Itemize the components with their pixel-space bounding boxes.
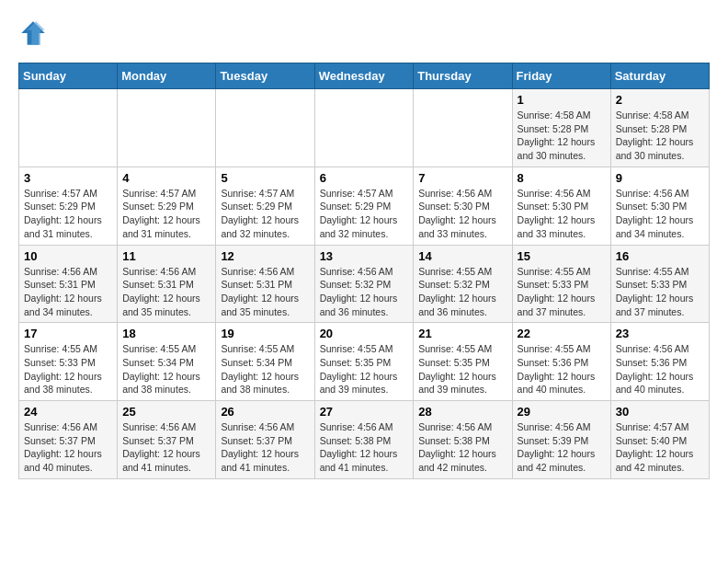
calendar-cell: 29Sunrise: 4:56 AM Sunset: 5:39 PM Dayli…: [512, 401, 610, 479]
page-header: [18, 18, 710, 48]
calendar-table: SundayMondayTuesdayWednesdayThursdayFrid…: [18, 63, 710, 479]
calendar-cell: [118, 89, 216, 167]
day-info: Sunrise: 4:55 AM Sunset: 5:33 PM Dayligh…: [616, 265, 704, 319]
day-number: 15: [518, 249, 606, 263]
calendar-cell: 12Sunrise: 4:56 AM Sunset: 5:31 PM Dayli…: [216, 245, 314, 323]
day-number: 21: [418, 327, 506, 340]
calendar-header-friday: Friday: [512, 63, 610, 89]
day-number: 16: [616, 249, 704, 263]
day-number: 25: [122, 405, 210, 419]
calendar-week-row: 17Sunrise: 4:55 AM Sunset: 5:33 PM Dayli…: [19, 323, 710, 401]
calendar-header-saturday: Saturday: [610, 63, 709, 89]
day-number: 9: [616, 171, 704, 185]
day-info: Sunrise: 4:55 AM Sunset: 5:32 PM Dayligh…: [418, 265, 506, 319]
calendar-cell: 11Sunrise: 4:56 AM Sunset: 5:31 PM Dayli…: [118, 245, 216, 323]
day-number: 8: [518, 171, 606, 185]
day-info: Sunrise: 4:56 AM Sunset: 5:37 PM Dayligh…: [122, 420, 210, 475]
calendar-cell: 24Sunrise: 4:56 AM Sunset: 5:37 PM Dayli…: [19, 401, 118, 479]
day-info: Sunrise: 4:57 AM Sunset: 5:29 PM Dayligh…: [221, 187, 309, 241]
day-info: Sunrise: 4:56 AM Sunset: 5:37 PM Dayligh…: [221, 420, 309, 475]
calendar-cell: 23Sunrise: 4:56 AM Sunset: 5:36 PM Dayli…: [610, 323, 709, 401]
day-info: Sunrise: 4:57 AM Sunset: 5:29 PM Dayligh…: [122, 187, 210, 241]
day-number: 19: [221, 327, 309, 340]
day-info: Sunrise: 4:55 AM Sunset: 5:35 PM Dayligh…: [418, 342, 506, 396]
day-info: Sunrise: 4:55 AM Sunset: 5:33 PM Dayligh…: [518, 265, 606, 319]
day-info: Sunrise: 4:55 AM Sunset: 5:34 PM Dayligh…: [221, 342, 309, 396]
day-info: Sunrise: 4:55 AM Sunset: 5:36 PM Dayligh…: [518, 342, 606, 396]
day-number: 5: [221, 171, 309, 185]
calendar-week-row: 24Sunrise: 4:56 AM Sunset: 5:37 PM Dayli…: [19, 401, 710, 479]
day-number: 20: [320, 327, 409, 340]
day-info: Sunrise: 4:56 AM Sunset: 5:30 PM Dayligh…: [518, 187, 606, 241]
day-info: Sunrise: 4:56 AM Sunset: 5:32 PM Dayligh…: [320, 265, 409, 319]
day-info: Sunrise: 4:57 AM Sunset: 5:40 PM Dayligh…: [616, 420, 704, 475]
calendar-cell: 27Sunrise: 4:56 AM Sunset: 5:38 PM Dayli…: [314, 401, 414, 479]
day-info: Sunrise: 4:56 AM Sunset: 5:37 PM Dayligh…: [24, 420, 112, 475]
day-number: 11: [122, 249, 210, 263]
day-number: 22: [518, 327, 606, 340]
day-number: 17: [24, 327, 112, 340]
day-info: Sunrise: 4:56 AM Sunset: 5:30 PM Dayligh…: [418, 187, 506, 241]
logo: [18, 18, 51, 48]
calendar-week-row: 3Sunrise: 4:57 AM Sunset: 5:29 PM Daylig…: [19, 167, 710, 245]
day-number: 30: [616, 405, 704, 419]
day-number: 2: [616, 93, 704, 107]
day-info: Sunrise: 4:55 AM Sunset: 5:34 PM Dayligh…: [122, 342, 210, 396]
day-number: 18: [122, 327, 210, 340]
calendar-cell: 15Sunrise: 4:55 AM Sunset: 5:33 PM Dayli…: [512, 245, 610, 323]
calendar-cell: 14Sunrise: 4:55 AM Sunset: 5:32 PM Dayli…: [414, 245, 512, 323]
calendar-cell: 3Sunrise: 4:57 AM Sunset: 5:29 PM Daylig…: [19, 167, 118, 245]
calendar-cell: 18Sunrise: 4:55 AM Sunset: 5:34 PM Dayli…: [118, 323, 216, 401]
calendar-header-wednesday: Wednesday: [314, 63, 414, 89]
calendar-cell: 25Sunrise: 4:56 AM Sunset: 5:37 PM Dayli…: [118, 401, 216, 479]
calendar-header-row: SundayMondayTuesdayWednesdayThursdayFrid…: [19, 63, 710, 89]
calendar-cell: 10Sunrise: 4:56 AM Sunset: 5:31 PM Dayli…: [19, 245, 118, 323]
day-number: 29: [518, 405, 606, 419]
day-number: 4: [122, 171, 210, 185]
day-number: 12: [221, 249, 309, 263]
calendar-cell: 30Sunrise: 4:57 AM Sunset: 5:40 PM Dayli…: [610, 401, 709, 479]
calendar-cell: 9Sunrise: 4:56 AM Sunset: 5:30 PM Daylig…: [610, 167, 709, 245]
logo-icon: [18, 18, 48, 48]
calendar-cell: 22Sunrise: 4:55 AM Sunset: 5:36 PM Dayli…: [512, 323, 610, 401]
calendar-cell: 2Sunrise: 4:58 AM Sunset: 5:28 PM Daylig…: [610, 89, 709, 167]
calendar-cell: 26Sunrise: 4:56 AM Sunset: 5:37 PM Dayli…: [216, 401, 314, 479]
calendar-cell: [19, 89, 118, 167]
day-info: Sunrise: 4:55 AM Sunset: 5:35 PM Dayligh…: [320, 342, 409, 396]
day-number: 1: [518, 93, 606, 107]
calendar-cell: 16Sunrise: 4:55 AM Sunset: 5:33 PM Dayli…: [610, 245, 709, 323]
calendar-cell: 1Sunrise: 4:58 AM Sunset: 5:28 PM Daylig…: [512, 89, 610, 167]
calendar-week-row: 1Sunrise: 4:58 AM Sunset: 5:28 PM Daylig…: [19, 89, 710, 167]
day-info: Sunrise: 4:56 AM Sunset: 5:30 PM Dayligh…: [616, 187, 704, 241]
calendar-cell: 19Sunrise: 4:55 AM Sunset: 5:34 PM Dayli…: [216, 323, 314, 401]
calendar-cell: 5Sunrise: 4:57 AM Sunset: 5:29 PM Daylig…: [216, 167, 314, 245]
day-info: Sunrise: 4:58 AM Sunset: 5:28 PM Dayligh…: [518, 109, 606, 163]
day-number: 7: [418, 171, 506, 185]
day-number: 28: [418, 405, 506, 419]
day-info: Sunrise: 4:56 AM Sunset: 5:36 PM Dayligh…: [616, 342, 704, 396]
day-number: 10: [24, 249, 112, 263]
day-info: Sunrise: 4:56 AM Sunset: 5:31 PM Dayligh…: [122, 265, 210, 319]
day-info: Sunrise: 4:56 AM Sunset: 5:39 PM Dayligh…: [518, 420, 606, 475]
calendar-cell: 28Sunrise: 4:56 AM Sunset: 5:38 PM Dayli…: [414, 401, 512, 479]
calendar-header-sunday: Sunday: [19, 63, 118, 89]
calendar-cell: 20Sunrise: 4:55 AM Sunset: 5:35 PM Dayli…: [314, 323, 414, 401]
calendar-cell: [414, 89, 512, 167]
calendar-cell: 21Sunrise: 4:55 AM Sunset: 5:35 PM Dayli…: [414, 323, 512, 401]
calendar-cell: 6Sunrise: 4:57 AM Sunset: 5:29 PM Daylig…: [314, 167, 414, 245]
day-info: Sunrise: 4:57 AM Sunset: 5:29 PM Dayligh…: [320, 187, 409, 241]
day-number: 3: [24, 171, 112, 185]
day-number: 6: [320, 171, 409, 185]
day-info: Sunrise: 4:57 AM Sunset: 5:29 PM Dayligh…: [24, 187, 112, 241]
day-number: 27: [320, 405, 409, 419]
day-number: 26: [221, 405, 309, 419]
day-info: Sunrise: 4:55 AM Sunset: 5:33 PM Dayligh…: [24, 342, 112, 396]
calendar-header-thursday: Thursday: [414, 63, 512, 89]
calendar-header-tuesday: Tuesday: [216, 63, 314, 89]
day-info: Sunrise: 4:56 AM Sunset: 5:31 PM Dayligh…: [221, 265, 309, 319]
calendar-cell: 17Sunrise: 4:55 AM Sunset: 5:33 PM Dayli…: [19, 323, 118, 401]
calendar-header-monday: Monday: [118, 63, 216, 89]
day-info: Sunrise: 4:56 AM Sunset: 5:38 PM Dayligh…: [418, 420, 506, 475]
day-number: 14: [418, 249, 506, 263]
calendar-week-row: 10Sunrise: 4:56 AM Sunset: 5:31 PM Dayli…: [19, 245, 710, 323]
